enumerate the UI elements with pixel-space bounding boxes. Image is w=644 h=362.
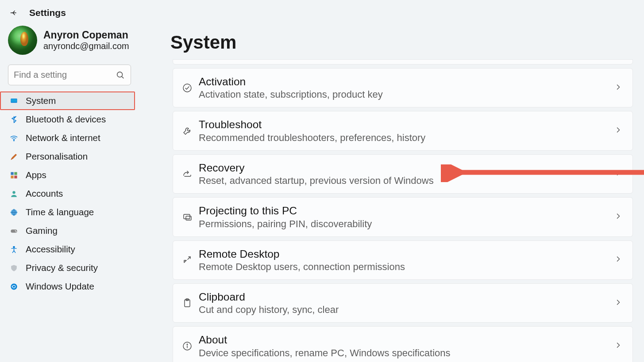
sidebar-item-network-internet[interactable]: Network & internet [0,129,157,147]
sidebar-item-label: Time & language [26,207,94,217]
svg-line-1 [122,76,123,78]
setting-card-clipboard[interactable]: Clipboard Cut and copy history, sync, cl… [173,283,633,323]
main: System Activation Activation state, subs… [157,0,644,362]
setting-card-activation[interactable]: Activation Activation state, subscriptio… [173,68,633,107]
bluetooth-icon [9,115,19,124]
apps-icon [9,171,19,179]
svg-rect-7 [11,175,13,178]
setting-card-projecting-to-this-pc[interactable]: Projecting to this PC Permissions, pairi… [173,197,633,236]
card-desc: Permissions, pairing PIN, discoverabilit… [199,218,614,230]
app-title: Settings [29,8,66,18]
sidebar-item-label: Bluetooth & devices [26,114,106,125]
chevron-right-icon [614,126,625,136]
card-title: Activation [199,75,614,88]
svg-rect-17 [184,214,190,219]
list-item-partial[interactable] [173,59,633,65]
sidebar-item-label: Privacy & security [26,263,98,273]
svg-rect-3 [11,99,17,102]
svg-rect-5 [11,172,13,175]
svg-rect-11 [11,229,17,232]
svg-rect-18 [186,216,191,220]
settings-list: Activation Activation state, subscriptio… [173,59,644,362]
svg-point-4 [13,140,14,141]
sidebar: Settings Anyron Copeman anyrondc@gmail.c… [0,0,157,362]
card-desc: Recommended troubleshooters, preferences… [199,132,614,144]
svg-point-13 [15,231,16,232]
card-title: Remote Desktop [199,248,614,260]
sidebar-item-time-language[interactable]: Time & language [0,203,157,221]
svg-rect-8 [14,175,17,178]
card-desc: Reset, advanced startup, previous versio… [199,175,614,187]
svg-point-0 [117,72,123,77]
setting-card-troubleshoot[interactable]: Troubleshoot Recommended troubleshooters… [173,111,633,150]
monitor-icon [9,97,19,105]
search-input-wrap[interactable] [8,65,131,85]
sidebar-item-personalisation[interactable]: Personalisation [0,147,157,166]
setting-card-recovery[interactable]: Recovery Reset, advanced startup, previo… [173,154,633,194]
check-circle-icon [179,80,195,96]
sidebar-item-label: System [26,95,56,106]
sidebar-item-label: Apps [26,170,46,180]
chevron-right-icon [614,83,625,93]
sidebar-item-windows-update[interactable]: Windows Update [0,277,157,296]
sidebar-item-label: Network & internet [26,133,100,143]
chevron-right-icon [614,255,625,265]
search-input[interactable] [14,70,113,80]
setting-card-remote-desktop[interactable]: Remote Desktop Remote Desktop users, con… [173,240,633,280]
card-desc: Device specifications, rename PC, Window… [199,347,614,359]
svg-point-14 [13,246,14,248]
setting-card-about[interactable]: About Device specifications, rename PC, … [173,326,633,362]
person-icon [9,190,19,198]
card-title: Troubleshoot [199,118,614,131]
sidebar-item-label: Windows Update [26,281,94,292]
info-icon [179,338,195,354]
card-title: Clipboard [199,290,614,303]
card-title: Recovery [199,161,614,174]
globe-icon [9,208,19,217]
user-email: anyrondc@gmail.com [43,41,129,51]
sidebar-item-privacy-security[interactable]: Privacy & security [0,259,157,277]
user-name: Anyron Copeman [43,29,129,42]
update-icon [9,282,19,291]
svg-rect-6 [14,172,17,175]
accessibility-icon [9,245,19,254]
sidebar-item-gaming[interactable]: Gaming [0,221,157,240]
chevron-right-icon [614,212,625,222]
svg-point-16 [183,84,191,92]
sidebar-item-label: Accounts [26,188,63,199]
remote-icon [179,252,195,268]
sidebar-item-system[interactable]: System [0,91,135,110]
card-title: Projecting to this PC [199,204,614,217]
nav: System Bluetooth & devices Network & int… [0,91,157,297]
chevron-right-icon [614,298,625,309]
sidebar-item-accounts[interactable]: Accounts [0,184,157,203]
avatar [8,26,37,55]
card-title: About [199,333,614,346]
svg-point-12 [15,230,15,231]
wifi-icon [9,134,19,142]
gamepad-icon [9,227,19,235]
project-icon [179,209,195,225]
svg-point-23 [187,344,188,345]
card-desc: Cut and copy history, sync, clear [199,304,614,316]
clipboard-icon [179,295,195,311]
sidebar-item-bluetooth-devices[interactable]: Bluetooth & devices [0,110,157,129]
sidebar-item-label: Personalisation [26,151,88,162]
card-desc: Activation state, subscriptions, product… [199,89,614,100]
sidebar-item-apps[interactable]: Apps [0,166,157,184]
chevron-right-icon [614,168,625,179]
svg-point-15 [11,283,17,290]
chevron-right-icon [614,341,625,351]
wrench-icon [179,123,195,139]
sidebar-item-label: Gaming [26,225,58,236]
back-button[interactable] [8,7,19,19]
shield-icon [9,264,19,272]
sidebar-item-label: Accessibility [26,244,75,255]
page-title: System [170,32,644,53]
card-desc: Remote Desktop users, connection permiss… [199,261,614,273]
user-block[interactable]: Anyron Copeman anyrondc@gmail.com [0,19,157,59]
back-arrow-icon [10,9,18,17]
sidebar-item-accessibility[interactable]: Accessibility [0,240,157,259]
search-icon [116,70,125,82]
brush-icon [9,152,19,161]
